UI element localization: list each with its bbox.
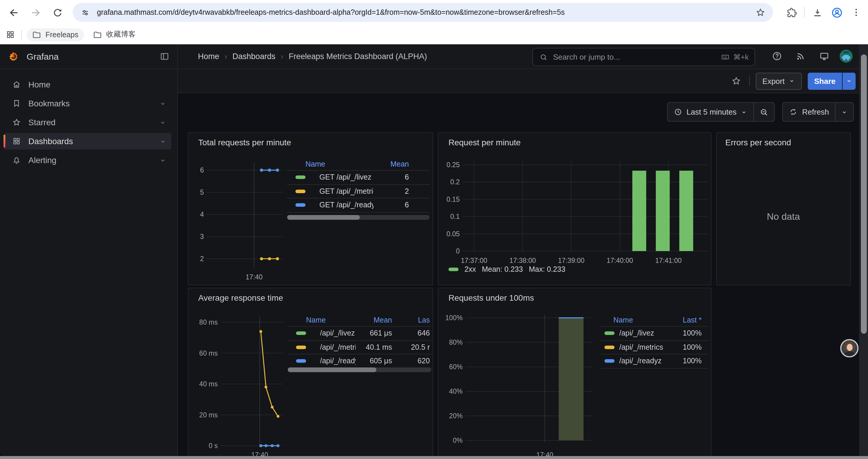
legend-header-row: NameMeanLas [288, 314, 431, 327]
chevron-down-icon[interactable] [159, 119, 167, 126]
breadcrumb-separator: › [281, 52, 283, 61]
dashboard-main: Export Share Last 5 minutes [178, 69, 868, 456]
series-color-chip [448, 268, 459, 271]
sidebar-item-label: Alerting [28, 155, 56, 165]
share-menu-chevron-icon[interactable] [843, 72, 856, 90]
legend-series-name[interactable]: /api/_/metrics [320, 343, 355, 352]
grafana-header: Grafana Home›Dashboards›Freeleaps Metric… [0, 44, 868, 69]
home-icon [12, 80, 21, 89]
breadcrumb-item-2[interactable]: Dashboards [232, 52, 276, 61]
sidebar-item-starred[interactable]: Starred [4, 114, 172, 131]
bookmark-folder-2[interactable]: 收藏博客 [87, 28, 141, 41]
browser-back-icon[interactable] [6, 5, 21, 20]
legend-header-las[interactable]: Las [392, 316, 430, 324]
sidebar-item-bookmarks[interactable]: Bookmarks [4, 95, 172, 112]
legend-row[interactable]: GET /api/_/readyz6 [287, 198, 429, 212]
legend-header-name[interactable]: Name [306, 160, 373, 168]
legend-scrollbar[interactable] [288, 367, 431, 372]
user-avatar[interactable] [840, 50, 852, 63]
sidebar-item-alerting[interactable]: Alerting [4, 152, 172, 168]
legend-row[interactable]: /api/_/metrics100% [600, 340, 709, 355]
legend-header-mean[interactable]: Mean [373, 160, 409, 168]
export-button[interactable]: Export [756, 72, 802, 90]
series-color-chip [604, 332, 615, 335]
sidebar-item-dashboards[interactable]: Dashboards [4, 133, 172, 150]
legend-row[interactable]: /api/_/metrics40.1 ms20.5 r [288, 340, 431, 355]
data-point [270, 406, 273, 409]
legend-series-name[interactable]: /api/_/livez [320, 329, 355, 338]
legend-value-last: 100% [665, 329, 702, 338]
sidebar-toggle-icon[interactable] [159, 52, 169, 61]
sidebar: HomeBookmarksStarredDashboardsAlerting [0, 69, 178, 456]
bookmark-folder-1[interactable]: Freeleaps [27, 28, 84, 41]
legend-series-name[interactable]: /api/_/readyz [619, 357, 665, 365]
kiosk-monitor-icon[interactable] [816, 48, 833, 64]
folder-icon [92, 30, 102, 39]
bookmarks-bar: Freeleaps收藏博客 [0, 25, 868, 45]
chevron-down-icon[interactable] [159, 100, 167, 107]
url-bar[interactable]: grafana.mathmast.com/d/deytv4rwavabkb/fr… [73, 3, 773, 22]
browser-reload-icon[interactable] [50, 5, 65, 20]
profile-icon[interactable] [830, 5, 844, 20]
legend-header-name[interactable]: Name [306, 316, 355, 324]
chevron-down-icon[interactable] [159, 156, 167, 164]
legend-value-last: 646 [392, 329, 430, 338]
legend-series-name[interactable]: /api/_/livez [619, 329, 665, 338]
extensions-icon[interactable] [785, 5, 799, 20]
grafana-logo-icon[interactable] [8, 51, 19, 62]
browser-forward-icon[interactable] [28, 5, 43, 20]
legend-series-name[interactable]: GET /api/_/livez [319, 173, 373, 182]
request-per-minute-chart[interactable]: 0.250.20.150.10.05017:37:0017:38:0017:39… [438, 133, 712, 286]
legend-row[interactable]: /api/_/readyz605 μs620 [288, 355, 431, 368]
news-rss-icon[interactable] [793, 48, 809, 64]
axis-tick-label: 0.1 [450, 213, 460, 220]
data-point [276, 257, 279, 260]
legend-series-name[interactable]: GET /api/_/metrics [319, 187, 373, 196]
legend-row[interactable]: GET /api/_/livez6 [287, 171, 429, 185]
share-button[interactable]: Share [808, 72, 842, 90]
time-controls: Last 5 minutes Refresh [667, 102, 854, 122]
axis-tick-label: 17:37:00 [461, 257, 488, 264]
legend-scrollbar[interactable] [287, 215, 429, 220]
axis-tick-label: 40 ms [199, 380, 217, 388]
site-settings-icon[interactable] [80, 7, 90, 18]
zoom-out-icon[interactable] [754, 103, 774, 121]
downloads-icon[interactable] [810, 5, 824, 20]
legend-series-name[interactable]: /api/_/metrics [619, 343, 665, 352]
browser-menu-icon[interactable] [849, 5, 863, 20]
legend-max: Max: 0.233 [529, 265, 565, 273]
legend-row[interactable]: /api/_/readyz100% [600, 355, 709, 368]
avatar-body [844, 352, 855, 356]
sidebar-item-home[interactable]: Home [4, 76, 172, 93]
panel-title[interactable]: Errors per second [725, 138, 791, 147]
apps-grid-icon[interactable] [5, 30, 16, 40]
data-point [259, 330, 262, 333]
series-color-chip [296, 346, 306, 349]
keyboard-icon [721, 53, 730, 61]
scrollbar-thumb[interactable] [861, 54, 867, 334]
search-input[interactable]: Search or jump to... ⌘+k [532, 48, 755, 66]
legend-header-mean[interactable]: Mean [355, 316, 392, 324]
axis-tick-label: 0.15 [446, 196, 460, 203]
page-scrollbar[interactable] [859, 44, 868, 456]
legend-series-name[interactable]: GET /api/_/readyz [319, 201, 373, 209]
chevron-down-icon[interactable] [159, 137, 167, 145]
legend-header-last[interactable]: Last * [665, 316, 702, 324]
legend-row[interactable]: GET /api/_/metrics2 [287, 185, 429, 198]
legend-row[interactable]: /api/_/livez661 μs646 [288, 327, 431, 340]
bookmark-star-icon[interactable] [755, 7, 766, 18]
favorite-star-icon[interactable] [730, 74, 744, 88]
help-icon[interactable] [769, 48, 785, 64]
legend-value-mean: 6 [373, 201, 409, 209]
sidebar-item-label: Starred [28, 118, 56, 127]
floating-assistant-avatar[interactable] [840, 339, 859, 357]
time-range-picker[interactable]: Last 5 minutes [668, 103, 754, 121]
legend-series-name[interactable]: /api/_/readyz [320, 357, 355, 365]
breadcrumb-item-1[interactable]: Home [198, 52, 219, 61]
legend-header-name[interactable]: Name [613, 316, 665, 324]
refresh-interval-chevron-icon[interactable] [836, 103, 853, 121]
breadcrumb-separator: › [224, 52, 227, 61]
legend-series-name[interactable]: 2xx [464, 265, 476, 273]
legend-row[interactable]: /api/_/livez100% [600, 327, 709, 340]
refresh-button[interactable]: Refresh [783, 103, 835, 121]
